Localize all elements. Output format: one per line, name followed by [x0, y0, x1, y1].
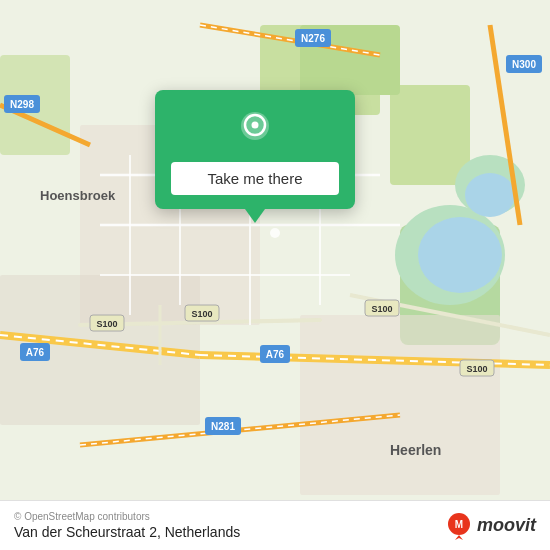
svg-text:A76: A76	[26, 347, 45, 358]
moovit-text: moovit	[477, 515, 536, 536]
map-container: N276 N298 N300 A76 A76 S100 S100 S100 S1…	[0, 0, 550, 550]
svg-text:S100: S100	[96, 319, 117, 329]
svg-text:N298: N298	[10, 99, 34, 110]
svg-text:M: M	[455, 519, 463, 530]
svg-point-54	[270, 228, 280, 238]
svg-text:A76: A76	[266, 349, 285, 360]
svg-point-5	[418, 217, 502, 293]
svg-text:S100: S100	[371, 304, 392, 314]
moovit-icon: M	[445, 512, 473, 540]
svg-rect-10	[300, 315, 500, 495]
svg-text:N300: N300	[512, 59, 536, 70]
svg-text:Hoensbroek: Hoensbroek	[40, 188, 116, 203]
svg-rect-1	[390, 85, 470, 185]
moovit-logo: M moovit	[445, 512, 536, 540]
map-svg: N276 N298 N300 A76 A76 S100 S100 S100 S1…	[0, 0, 550, 550]
svg-text:S100: S100	[466, 364, 487, 374]
copyright-text: © OpenStreetMap contributors	[14, 511, 240, 522]
bottom-bar: © OpenStreetMap contributors Van der Sch…	[0, 500, 550, 550]
svg-text:S100: S100	[191, 309, 212, 319]
popup-card: Take me there	[155, 90, 355, 209]
svg-text:N276: N276	[301, 33, 325, 44]
address-text: Van der Scheurstraat 2, Netherlands	[14, 524, 240, 540]
take-me-there-button[interactable]: Take me there	[171, 162, 339, 195]
svg-point-6	[465, 173, 515, 217]
svg-text:N281: N281	[211, 421, 235, 432]
svg-text:Heerlen: Heerlen	[390, 442, 441, 458]
svg-point-57	[252, 122, 259, 129]
bottom-left-info: © OpenStreetMap contributors Van der Sch…	[14, 511, 240, 540]
location-pin-icon	[233, 108, 277, 152]
